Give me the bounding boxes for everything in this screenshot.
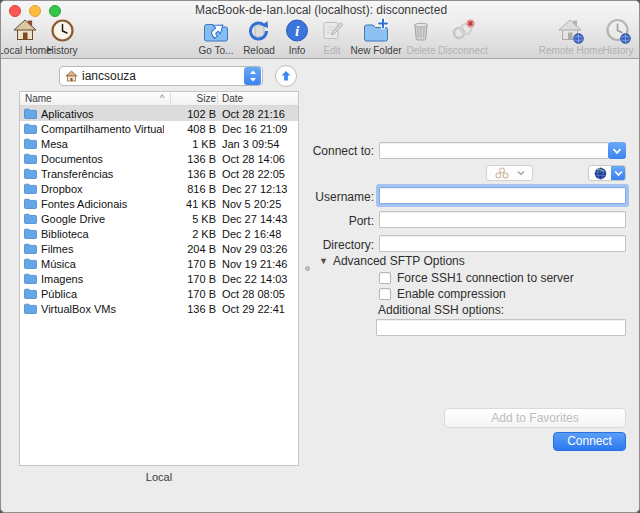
table-row[interactable]: Música 170 B Nov 19 21:46 <box>20 256 298 271</box>
file-date: Dec 2 16:48 <box>222 228 298 240</box>
file-date: Oct 29 22:41 <box>222 303 298 315</box>
file-size: 41 KB <box>164 198 216 210</box>
file-size: 136 B <box>164 153 216 165</box>
column-header-name[interactable]: Name <box>25 93 52 104</box>
chevron-down-icon <box>517 170 525 176</box>
table-row[interactable]: Biblioteca 2 KB Dec 2 16:48 <box>20 226 298 241</box>
port-input[interactable] <box>379 211 626 228</box>
small-home-icon <box>65 70 78 82</box>
file-date: Nov 29 03:26 <box>222 243 298 255</box>
file-name: Dropbox <box>41 183 164 195</box>
file-date: Nov 5 20:25 <box>222 198 298 210</box>
app-window: MacBook-de-Ian.local (localhost): discon… <box>0 0 640 513</box>
additional-ssh-options-label: Additional SSH options: <box>378 303 504 317</box>
globe-dropdown-button[interactable] <box>611 166 625 180</box>
file-name: Imagens <box>41 273 164 285</box>
file-name: VirtualBox VMs <box>41 303 164 315</box>
chevron-down-icon <box>612 147 622 155</box>
enable-compression-label: Enable compression <box>397 287 506 301</box>
column-header-size[interactable]: Size <box>197 93 216 104</box>
file-size: 204 B <box>164 243 216 255</box>
connect-button[interactable]: Connect <box>553 432 626 451</box>
local-history-button[interactable]: History <box>19 17 105 56</box>
file-date: Dec 27 12:13 <box>222 183 298 195</box>
table-row[interactable]: Pública 170 B Oct 28 08:05 <box>20 286 298 301</box>
file-date: Oct 28 08:05 <box>222 288 298 300</box>
folder-icon <box>24 198 37 209</box>
file-size: 102 B <box>164 108 216 120</box>
port-label: Port: <box>349 214 374 228</box>
file-size: 136 B <box>164 303 216 315</box>
table-row[interactable]: Dropbox 816 B Dec 27 12:13 <box>20 181 298 196</box>
clock-icon <box>50 17 75 44</box>
force-ssh1-label: Force SSH1 connection to server <box>397 271 574 285</box>
column-header-date[interactable]: Date <box>222 93 243 104</box>
disconnect-button: Disconnect <box>420 17 506 56</box>
bonjour-dropdown <box>486 165 533 181</box>
force-ssh1-checkbox[interactable] <box>379 272 391 284</box>
up-directory-button[interactable] <box>275 65 297 87</box>
directory-input[interactable] <box>379 235 626 252</box>
local-pane-label: Local <box>19 471 299 483</box>
current-path-value: iancsouza <box>82 69 244 83</box>
file-name: Transferências <box>41 168 164 180</box>
folder-icon <box>24 213 37 224</box>
file-name: Pública <box>41 288 164 300</box>
folder-icon <box>24 243 37 254</box>
path-dropdown[interactable]: iancsouza <box>59 66 263 86</box>
toolbar-label: Disconnect <box>438 45 487 56</box>
file-name: Aplicativos <box>41 108 164 120</box>
file-size: 5 KB <box>164 213 216 225</box>
username-input[interactable] <box>379 187 626 204</box>
column-divider <box>170 93 171 104</box>
file-date: Nov 19 21:46 <box>222 258 298 270</box>
folder-icon <box>24 108 37 119</box>
file-size: 170 B <box>164 273 216 285</box>
file-name: Fontes Adicionais <box>41 198 164 210</box>
up-arrow-icon <box>280 70 292 82</box>
username-label: Username: <box>315 190 374 204</box>
table-row[interactable]: Compartilhamento VirtualBox 408 B Dec 16… <box>20 121 298 136</box>
table-row[interactable]: Fontes Adicionais 41 KB Nov 5 20:25 <box>20 196 298 211</box>
disclosure-triangle-icon: ▼ <box>319 256 328 266</box>
column-divider <box>217 93 218 104</box>
file-date: Dec 22 14:03 <box>222 273 298 285</box>
advanced-sftp-options-disclosure[interactable]: ▼ Advanced SFTP Options <box>319 254 465 268</box>
pane-splitter-handle[interactable] <box>305 266 310 271</box>
local-file-list[interactable]: Name ^ Size Date Aplicativos 102 B Oct 2… <box>19 91 299 466</box>
file-name: Documentos <box>41 153 164 165</box>
file-rows: Aplicativos 102 B Oct 28 21:16 Compartil… <box>20 106 298 316</box>
file-size: 816 B <box>164 183 216 195</box>
connect-to-dropdown-button[interactable] <box>608 142 626 159</box>
table-row[interactable]: Imagens 170 B Dec 22 14:03 <box>20 271 298 286</box>
folder-icon <box>24 258 37 269</box>
folder-icon <box>24 273 37 284</box>
table-row[interactable]: Documentos 136 B Oct 28 14:06 <box>20 151 298 166</box>
file-date: Dec 16 21:09 <box>222 123 298 135</box>
folder-icon <box>24 288 37 299</box>
table-row[interactable]: Transferências 136 B Oct 28 22:05 <box>20 166 298 181</box>
table-row[interactable]: Aplicativos 102 B Oct 28 21:16 <box>20 106 298 121</box>
table-row[interactable]: Filmes 204 B Nov 29 03:26 <box>20 241 298 256</box>
table-row[interactable]: VirtualBox VMs 136 B Oct 29 22:41 <box>20 301 298 316</box>
file-date: Oct 28 14:06 <box>222 153 298 165</box>
chevron-down-icon <box>614 170 623 177</box>
connect-to-input[interactable] <box>379 142 609 159</box>
file-name: Música <box>41 258 164 270</box>
table-row[interactable]: Google Drive 5 KB Dec 27 14:43 <box>20 211 298 226</box>
file-size: 170 B <box>164 288 216 300</box>
window-header: MacBook-de-Ian.local (localhost): discon… <box>1 1 640 59</box>
folder-icon <box>24 153 37 164</box>
remote-clock-icon <box>605 17 632 44</box>
file-date: Dec 27 14:43 <box>222 213 298 225</box>
network-globe-button[interactable] <box>588 165 626 181</box>
file-name: Google Drive <box>41 213 164 225</box>
file-name: Mesa <box>41 138 164 150</box>
additional-ssh-options-input[interactable] <box>376 319 626 336</box>
directory-label: Directory: <box>323 238 374 252</box>
enable-compression-checkbox[interactable] <box>379 288 391 300</box>
list-header[interactable]: Name ^ Size Date <box>20 92 298 106</box>
broken-chain-icon <box>449 17 477 44</box>
file-size: 2 KB <box>164 228 216 240</box>
table-row[interactable]: Mesa 1 KB Jan 3 09:54 <box>20 136 298 151</box>
